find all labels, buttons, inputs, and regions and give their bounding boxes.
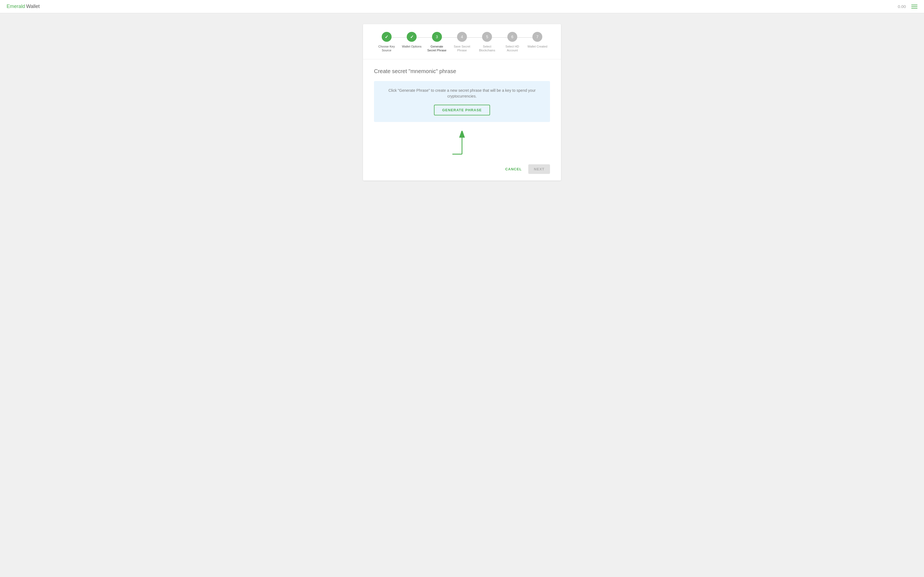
logo-emerald: Emerald bbox=[6, 3, 25, 9]
balance-display: 0.00 bbox=[898, 4, 906, 9]
wizard-title: Create secret "mnemonic" phrase bbox=[374, 68, 550, 74]
wizard-footer: CANCEL NEXT bbox=[363, 164, 561, 181]
step-6-label: Select HD Account bbox=[501, 45, 523, 53]
step-7-label: Wallet Created bbox=[527, 45, 547, 48]
step-4: 4 Save Secret Phrase bbox=[449, 32, 474, 53]
step-5: 5 Select Blockchains bbox=[475, 32, 500, 53]
app-header: Emerald Wallet 0.00 bbox=[0, 0, 924, 13]
arrow-annotation bbox=[374, 131, 550, 156]
step-5-label: Select Blockchains bbox=[476, 45, 498, 53]
step-4-label: Save Secret Phrase bbox=[451, 45, 473, 53]
arrow-svg bbox=[451, 131, 473, 156]
step-1: Choose Key Source bbox=[374, 32, 399, 53]
cancel-button[interactable]: CANCEL bbox=[503, 164, 524, 174]
step-2-label: Wallet Options bbox=[402, 45, 422, 48]
header-right: 0.00 bbox=[898, 4, 918, 9]
step-1-label: Choose Key Source bbox=[376, 45, 397, 53]
next-button[interactable]: NEXT bbox=[528, 164, 550, 174]
wizard-body: Create secret "mnemonic" phrase Click "G… bbox=[363, 60, 561, 164]
generate-phrase-button[interactable]: GENERATE PHRASE bbox=[434, 105, 490, 115]
info-box: Click "Generate Phrase" to create a new … bbox=[374, 81, 550, 122]
step-5-circle: 5 bbox=[482, 32, 492, 42]
step-1-circle bbox=[382, 32, 392, 42]
step-3: 3 Generate Secret Phrase bbox=[424, 32, 449, 53]
step-3-label: Generate Secret Phrase bbox=[426, 45, 448, 53]
step-6: 6 Select HD Account bbox=[500, 32, 525, 53]
step-2: Wallet Options bbox=[399, 32, 424, 48]
steps-header: Choose Key Source Wallet Options 3 Gener… bbox=[363, 24, 561, 60]
info-text: Click "Generate Phrase" to create a new … bbox=[383, 88, 541, 99]
step-7-circle: 7 bbox=[532, 32, 542, 42]
main-content: Choose Key Source Wallet Options 3 Gener… bbox=[0, 13, 924, 192]
step-4-circle: 4 bbox=[457, 32, 467, 42]
step-6-circle: 6 bbox=[507, 32, 517, 42]
step-7: 7 Wallet Created bbox=[525, 32, 550, 48]
step-2-circle bbox=[407, 32, 417, 42]
app-logo: Emerald Wallet bbox=[6, 3, 40, 9]
menu-button[interactable] bbox=[911, 5, 918, 8]
wizard-card: Choose Key Source Wallet Options 3 Gener… bbox=[363, 24, 561, 181]
logo-wallet: Wallet bbox=[26, 3, 40, 9]
step-3-circle: 3 bbox=[432, 32, 442, 42]
